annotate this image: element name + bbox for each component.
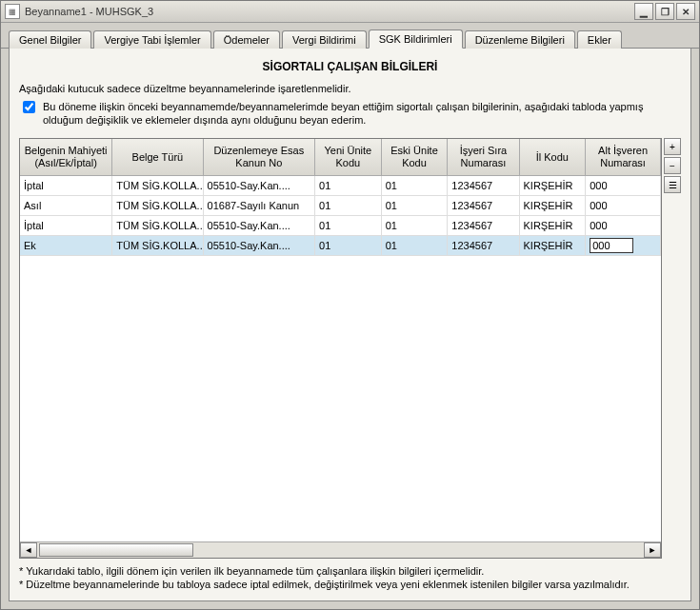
tab-content: SİGORTALI ÇALIŞAN BİLGİLERİ Aşağıdaki ku…	[9, 49, 691, 601]
table-row[interactable]: İptal TÜM SİG.KOLLA... 05510-Say.Kan....…	[20, 216, 661, 236]
cell[interactable]: 05510-Say.Kan....	[204, 236, 315, 256]
cell[interactable]: 05510-Say.Kan....	[204, 216, 315, 236]
cell[interactable]: 1234567	[448, 236, 519, 256]
cell[interactable]: KIRŞEHİR	[520, 216, 587, 236]
tab-duzenleme-bilgileri[interactable]: Düzenleme Bilgileri	[465, 30, 575, 49]
col-eski-unite[interactable]: Eski Ünite Kodu	[382, 139, 449, 175]
scroll-track[interactable]	[37, 543, 644, 557]
col-il-kodu[interactable]: İl Kodu	[520, 139, 587, 175]
cell[interactable]: 01	[382, 216, 449, 236]
declaration-checkbox[interactable]	[23, 101, 35, 113]
grid-header: Belgenin Mahiyeti (Asıl/Ek/İptal) Belge …	[20, 139, 661, 176]
col-kanun-no[interactable]: Düzenlemeye Esas Kanun No	[204, 139, 315, 175]
tab-vergi-bildirimi[interactable]: Vergi Bildirimi	[282, 30, 367, 49]
delete-row-button[interactable]: −	[664, 157, 681, 174]
close-button[interactable]: ✕	[676, 3, 695, 20]
cell[interactable]: 1234567	[448, 196, 519, 216]
cell[interactable]: KIRŞEHİR	[520, 176, 587, 196]
tab-genel-bilgiler[interactable]: Genel Bilgiler	[9, 30, 91, 49]
scroll-right-button[interactable]: ►	[644, 542, 661, 558]
tab-sgk-bildirimleri[interactable]: SGK Bildirimleri	[369, 30, 463, 49]
maximize-button[interactable]: ❐	[655, 3, 674, 20]
cell[interactable]: 01687-Sayılı Kanun	[204, 196, 315, 216]
cell[interactable]: 01	[315, 216, 382, 236]
section-title: SİGORTALI ÇALIŞAN BİLGİLERİ	[19, 60, 681, 73]
cell[interactable]: 000	[586, 216, 661, 236]
cell-editing[interactable]	[586, 236, 661, 256]
cell[interactable]: KIRŞEHİR	[520, 236, 587, 256]
cell[interactable]: 01	[315, 196, 382, 216]
window-title: Beyanname1 - MUHSGK_3	[25, 6, 634, 17]
table-area: Belgenin Mahiyeti (Asıl/Ek/İptal) Belge …	[19, 138, 681, 559]
grid-body: İptal TÜM SİG.KOLLA... 05510-Say.Kan....…	[20, 176, 661, 541]
cell[interactable]: 01	[315, 236, 382, 256]
tab-vergiye-tabi-islemler[interactable]: Vergiye Tabi İşlemler	[93, 30, 210, 49]
col-yeni-unite[interactable]: Yeni Ünite Kodu	[315, 139, 382, 175]
cell[interactable]: KIRŞEHİR	[520, 196, 587, 216]
col-belgenin-mahiyeti[interactable]: Belgenin Mahiyeti (Asıl/Ek/İptal)	[20, 139, 112, 175]
cell[interactable]: TÜM SİG.KOLLA...	[112, 196, 203, 216]
horizontal-scrollbar[interactable]: ◄ ►	[20, 541, 661, 558]
titlebar: ▦ Beyanname1 - MUHSGK_3 ▁ ❐ ✕	[1, 1, 699, 23]
tab-ekler[interactable]: Ekler	[577, 30, 622, 49]
data-grid[interactable]: Belgenin Mahiyeti (Asıl/Ek/İptal) Belge …	[19, 138, 662, 559]
tab-odemeler[interactable]: Ödemeler	[213, 30, 280, 49]
cell[interactable]: Asıl	[20, 196, 112, 216]
cell[interactable]: 1234567	[448, 176, 519, 196]
window-buttons: ▁ ❐ ✕	[634, 3, 695, 20]
footnote-1: * Yukarıdaki tablo, ilgili dönem için ve…	[19, 564, 681, 578]
scroll-left-button[interactable]: ◄	[20, 542, 37, 558]
cell[interactable]: 01	[382, 196, 449, 216]
cell[interactable]: 01	[315, 176, 382, 196]
app-icon: ▦	[5, 4, 20, 19]
col-alt-isveren[interactable]: Alt İşveren Numarası	[586, 139, 661, 175]
cell[interactable]: TÜM SİG.KOLLA...	[112, 236, 203, 256]
col-belge-turu[interactable]: Belge Türü	[112, 139, 203, 175]
table-row[interactable]: İptal TÜM SİG.KOLLA... 05510-Say.Kan....…	[20, 176, 661, 196]
tabbar: Genel Bilgiler Vergiye Tabi İşlemler Öde…	[1, 23, 699, 49]
cell[interactable]: TÜM SİG.KOLLA...	[112, 176, 203, 196]
footnote-2: * Düzeltme beyannamelerinde bu tabloya s…	[19, 578, 681, 591]
table-row[interactable]: Ek TÜM SİG.KOLLA... 05510-Say.Kan.... 01…	[20, 236, 661, 256]
scroll-thumb[interactable]	[39, 543, 193, 557]
cell[interactable]: İptal	[20, 176, 112, 196]
app-window: ▦ Beyanname1 - MUHSGK_3 ▁ ❐ ✕ Genel Bilg…	[0, 0, 700, 610]
cell[interactable]: 01	[382, 176, 449, 196]
cell[interactable]: 000	[586, 196, 661, 216]
add-row-button[interactable]: +	[664, 138, 681, 155]
cell[interactable]: TÜM SİG.KOLLA...	[112, 216, 203, 236]
footnotes: * Yukarıdaki tablo, ilgili dönem için ve…	[19, 564, 681, 591]
cell[interactable]: 01	[382, 236, 449, 256]
cell[interactable]: İptal	[20, 216, 112, 236]
duplicate-row-button[interactable]: ☰	[664, 176, 681, 193]
cell[interactable]: 000	[586, 176, 661, 196]
instruction-text: Aşağıdaki kutucuk sadece düzeltme beyann…	[19, 83, 681, 94]
cell[interactable]: 05510-Say.Kan....	[204, 176, 315, 196]
alt-isveren-input[interactable]	[590, 238, 633, 253]
declaration-row: Bu döneme ilişkin önceki beyannamemde/be…	[19, 100, 681, 127]
table-row[interactable]: Asıl TÜM SİG.KOLLA... 01687-Sayılı Kanun…	[20, 196, 661, 216]
minimize-button[interactable]: ▁	[634, 3, 653, 20]
cell[interactable]: 1234567	[448, 216, 519, 236]
col-isyeri-sira[interactable]: İşyeri Sıra Numarası	[448, 139, 519, 175]
grid-side-buttons: + − ☰	[664, 138, 681, 559]
declaration-label: Bu döneme ilişkin önceki beyannamemde/be…	[43, 100, 681, 127]
cell[interactable]: Ek	[20, 236, 112, 256]
